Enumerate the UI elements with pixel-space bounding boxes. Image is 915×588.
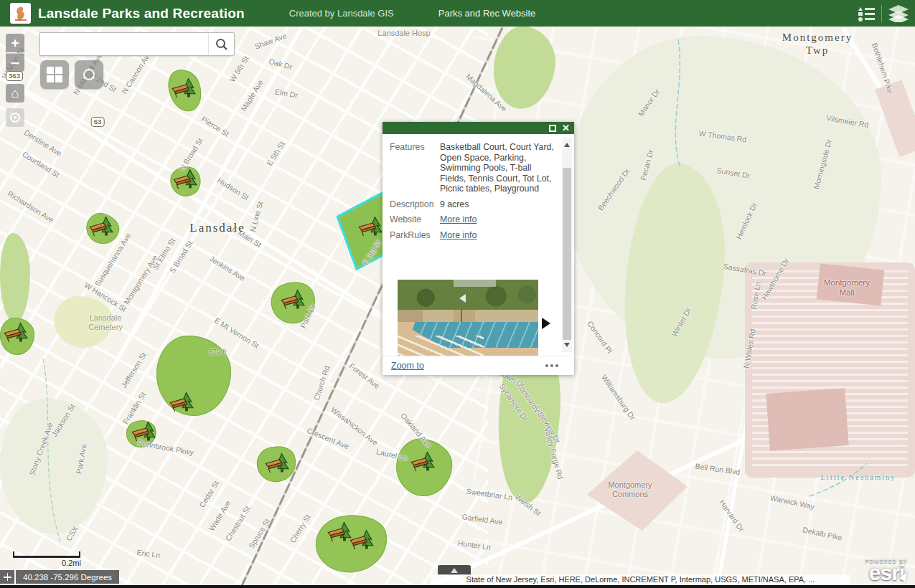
layers-icon — [888, 5, 909, 22]
park-marker[interactable] — [168, 391, 194, 414]
home-button[interactable]: ⌂ — [6, 84, 24, 103]
attribution-toggle[interactable] — [438, 565, 471, 575]
park-marker[interactable] — [357, 215, 383, 238]
field-value: 9 acres — [440, 199, 557, 210]
park-photo[interactable] — [398, 280, 538, 356]
popup-field-row: Description 9 acres — [390, 199, 557, 210]
zoom-in-button[interactable]: + — [6, 34, 24, 52]
field-label: Features — [390, 142, 440, 194]
basemap-grid-icon — [47, 67, 62, 82]
minus-icon: − — [11, 54, 19, 72]
park-marker[interactable] — [130, 420, 156, 443]
park-marker[interactable] — [2, 321, 28, 344]
circle-widget-icon — [81, 67, 97, 82]
park-marker[interactable] — [170, 77, 196, 100]
park-marker[interactable] — [263, 452, 289, 475]
app-title: Lansdale Parks and Recreation — [38, 6, 245, 22]
field-label: ParkRules — [390, 230, 440, 241]
search-input[interactable] — [40, 33, 208, 55]
ellipsis-icon[interactable] — [545, 364, 566, 367]
more-info-link[interactable]: More info — [440, 230, 557, 241]
photo-flag — [461, 293, 462, 323]
zoom-to-link[interactable]: Zoom to — [391, 361, 424, 371]
plus-icon: + — [11, 35, 19, 51]
park-marker[interactable] — [348, 528, 374, 551]
field-label: Website — [390, 214, 440, 225]
park-marker[interactable] — [88, 215, 113, 238]
popup-field-row: Website More info — [390, 214, 557, 225]
created-by-link[interactable]: Created by Lansdale GIS — [289, 8, 394, 19]
scroll-up-arrow[interactable] — [564, 140, 570, 147]
scale-label: 0.2mi — [62, 559, 81, 567]
layers-button[interactable] — [882, 0, 915, 27]
popup-scrollbar[interactable] — [562, 138, 572, 352]
legend-button[interactable] — [853, 0, 881, 27]
popup-field-row: Features Basketball Court, Court Yard, O… — [390, 142, 557, 194]
locate-button[interactable] — [6, 108, 24, 127]
mall-building — [766, 388, 848, 450]
coordinate-widget: 40.238 -75.296 Degrees — [0, 570, 119, 584]
home-icon: ⌂ — [11, 86, 19, 101]
circle-widget-button[interactable] — [75, 60, 103, 89]
field-label: Description — [390, 199, 440, 210]
esri-logo[interactable]: POWERED BY esri — [865, 559, 908, 582]
legend-icon — [858, 6, 876, 22]
close-icon[interactable]: ✕ — [562, 123, 570, 133]
chevron-up-icon — [451, 564, 458, 573]
popup-body: Features Basketball Court, Court Yard, O… — [383, 134, 574, 356]
maximize-icon[interactable] — [549, 125, 556, 132]
zoom-out-button[interactable]: − — [6, 53, 24, 72]
field-value: Basketball Court, Court Yard, Open Space… — [440, 142, 557, 194]
basemap-gallery-button[interactable] — [40, 60, 69, 89]
coordinates-readout: 40.238 -75.296 Degrees — [16, 570, 119, 584]
park-marker[interactable] — [409, 450, 435, 473]
locate-icon — [10, 113, 20, 123]
search-button[interactable] — [208, 33, 234, 55]
scroll-down-arrow[interactable] — [564, 343, 570, 350]
photo-sky — [454, 280, 496, 287]
scale-bar — [13, 551, 80, 558]
popup-titlebar: ✕ — [383, 122, 574, 134]
feature-popup: ✕ Features Basketball Court, Court Yard,… — [383, 122, 574, 375]
logo-figure — [13, 6, 29, 22]
more-info-link[interactable]: More info — [440, 214, 557, 225]
search-icon — [215, 38, 228, 51]
park-marker[interactable] — [172, 168, 197, 191]
scrollbar-thumb[interactable] — [563, 168, 571, 340]
route-shield: 63 — [91, 117, 105, 127]
park-marker[interactable] — [279, 288, 305, 311]
mall-building — [817, 263, 885, 305]
popup-field-row: ParkRules More info — [390, 230, 557, 241]
attribution-text: State of New Jersey, Esri, HERE, DeLorme… — [431, 574, 850, 585]
app-header: Lansdale Parks and Recreation Created by… — [0, 0, 915, 27]
parks-website-link[interactable]: Parks and Rec Website — [438, 8, 536, 19]
window-edge — [0, 585, 915, 588]
search-box — [39, 32, 235, 56]
crosshair-icon — [4, 573, 11, 581]
photo-lounge-chairs — [398, 336, 484, 356]
crosshair-button[interactable] — [0, 570, 14, 584]
photo-buildings — [398, 310, 538, 322]
popup-footer: Zoom to — [383, 356, 574, 375]
lansdale-logo — [10, 3, 31, 24]
route-shield: 363 — [6, 71, 23, 81]
next-photo-arrow[interactable] — [542, 318, 556, 329]
